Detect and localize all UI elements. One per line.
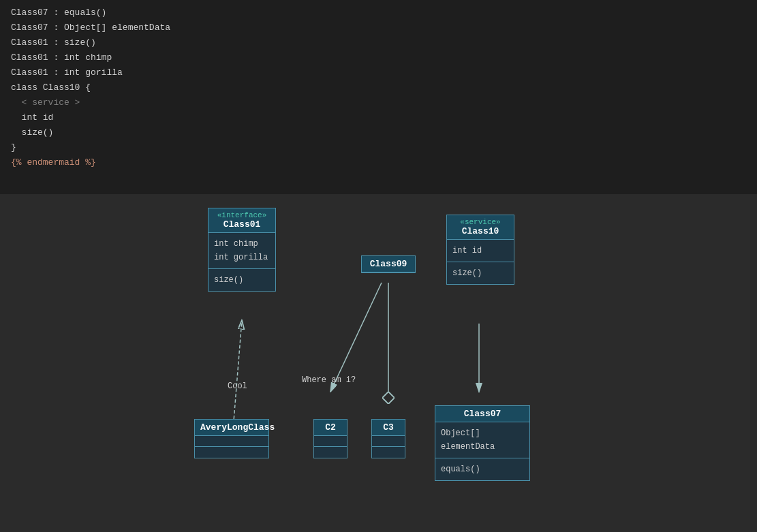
- class07-fields: Object[] elementData: [435, 422, 529, 458]
- class07-header: Class07: [435, 406, 529, 422]
- avery-fields: [195, 436, 268, 447]
- code-line-8: int id: [11, 110, 746, 125]
- class01-method-size: size(): [214, 273, 270, 287]
- code-text: class Class10 {: [11, 82, 91, 93]
- code-line-10: }: [11, 140, 746, 155]
- code-panel: Class07 : equals() Class07 : Object[] el…: [0, 0, 757, 194]
- cool-label: Cool: [228, 381, 247, 391]
- code-text: Class01 : int chimp: [11, 52, 112, 63]
- c2-box: C2: [313, 419, 347, 458]
- code-text: Class01 : int gorilla: [11, 67, 123, 78]
- class10-field-id: int id: [452, 244, 508, 257]
- class01-field-chimp: int chimp: [214, 237, 270, 251]
- diagram-panel: «interface» Class01 int chimp int gorill…: [0, 194, 757, 532]
- c2-fields: [314, 436, 347, 447]
- code-text: size(): [11, 127, 53, 138]
- class01-field-gorilla: int gorilla: [214, 251, 270, 264]
- class01-fields: int chimp int gorilla: [208, 233, 275, 269]
- avery-header: AveryLongClass: [195, 420, 268, 436]
- code-text: }: [11, 142, 16, 153]
- c3-header: C3: [372, 420, 405, 436]
- c3-methods: [372, 447, 405, 458]
- class07-name: Class07: [464, 409, 501, 419]
- class10-method-size: size(): [452, 266, 508, 280]
- class10-methods: size(): [447, 262, 514, 284]
- code-text: Class01 : size(): [11, 37, 96, 48]
- code-line-9: size(): [11, 125, 746, 140]
- class07-field-elementdata: Object[] elementData: [441, 426, 524, 454]
- class09-name: Class09: [370, 259, 407, 269]
- code-line-3: Class01 : size(): [11, 35, 746, 50]
- class07-methods: equals(): [435, 458, 529, 480]
- code-text: int id: [11, 112, 53, 123]
- class09-box: Class09: [361, 255, 416, 273]
- class07-box: Class07 Object[] elementData equals(): [435, 405, 530, 481]
- code-line-11: {% endmermaid %}: [11, 155, 746, 170]
- avery-name: AveryLongClass: [200, 422, 275, 433]
- c2-methods: [314, 447, 347, 458]
- code-line-1: Class07 : equals(): [11, 5, 746, 20]
- where-am-i-label: Where am i?: [302, 375, 356, 385]
- class01-header: «interface» Class01: [208, 208, 275, 233]
- class09-header: Class09: [362, 256, 415, 272]
- avery-box: AveryLongClass: [194, 419, 269, 458]
- class01-name: Class01: [223, 219, 261, 230]
- diagram-svg: [0, 194, 757, 532]
- c2-name: C2: [325, 422, 336, 433]
- code-line-7: < service >: [11, 95, 746, 110]
- class10-box: «service» Class10 int id size(): [446, 215, 514, 285]
- class10-name: Class10: [462, 226, 499, 236]
- c3-name: C3: [383, 422, 394, 433]
- code-line-4: Class01 : int chimp: [11, 50, 746, 65]
- c3-fields: [372, 436, 405, 447]
- code-line-6: class Class10 {: [11, 80, 746, 95]
- class01-stereotype: «interface»: [214, 211, 270, 219]
- code-text: Class07 : equals(): [11, 7, 106, 18]
- class10-header: «service» Class10: [447, 215, 514, 240]
- code-line-2: Class07 : Object[] elementData: [11, 20, 746, 35]
- code-text: Class07 : Object[] elementData: [11, 22, 170, 33]
- endmermaid-tag: {% endmermaid %}: [11, 157, 96, 168]
- class01-methods: size(): [208, 269, 275, 291]
- class10-fields: int id: [447, 240, 514, 262]
- c3-box: C3: [371, 419, 405, 458]
- c2-header: C2: [314, 420, 347, 436]
- avery-methods: [195, 447, 268, 458]
- class01-box: «interface» Class01 int chimp int gorill…: [208, 208, 276, 292]
- code-line-5: Class01 : int gorilla: [11, 65, 746, 80]
- class10-stereotype: «service»: [452, 218, 508, 226]
- class07-method-equals: equals(): [441, 463, 524, 476]
